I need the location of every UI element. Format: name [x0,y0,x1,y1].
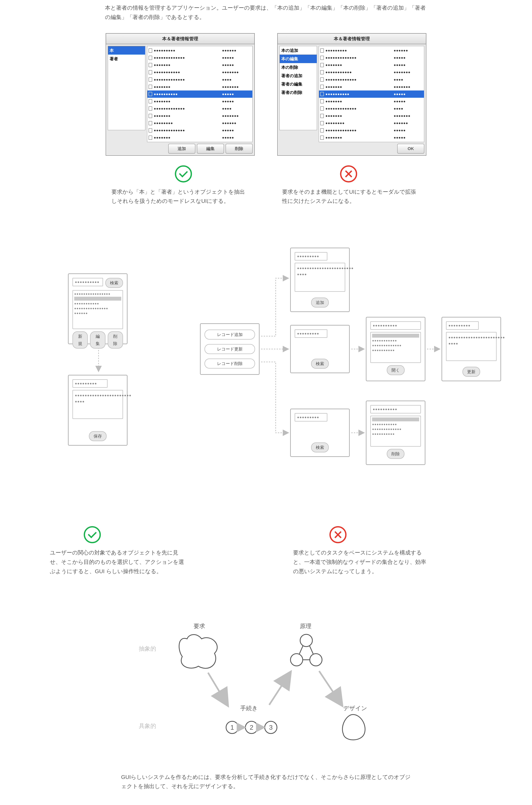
add-button[interactable]: 追加 [311,298,329,307]
wf-bad-update-form: ●●●●●●●●● ●●●●●●●●●●●●●●●●●●●●●●●●●●● 更新 [441,317,501,381]
intro-paragraph: 本と著者の情報を管理するアプリケーション。ユーザーの要求は、「本の追加」「本の編… [105,3,427,22]
wf-bad-add: ●●●●●●●●● ●●●●●●●●●●●●●●●●●●●●●●●●●●● 追加 [290,248,350,312]
svg-line-15 [269,673,290,705]
sidebar-item-author[interactable]: 著者 [108,55,145,63]
edit-button[interactable]: 編集 [197,144,224,153]
svg-line-14 [208,673,227,705]
svg-point-0 [300,634,312,647]
doc-icon [149,49,152,53]
window-bad: 本＆著者情報管理 本の追加 本の編集 本の削除 著者の追加 著者の編集 著者の削… [277,33,426,156]
svg-text:2: 2 [250,724,253,731]
example1-row: 本＆著者情報管理 本 著者 ●●●●●●●●●●●●●●● ●●●●●●●●●●… [0,33,532,156]
cmd-record-update[interactable]: レコード更新 [205,344,255,354]
wf-good-detail: ●●●●●●●●● ●●●●●●●●●●●●●●●●●●●●●●●●●●● 保存 [68,375,128,446]
save-button[interactable]: 保存 [89,431,107,441]
cmd-record-add[interactable]: レコード追加 [205,330,255,340]
sidebar-item-author-del[interactable]: 著者の削除 [280,88,317,97]
svg-text:3: 3 [269,724,272,731]
wf-bad-update-list: ●●●●●●●●●● ●●●●●●●●●●● ●●●●●●●●●●●●● ●●●… [366,317,425,381]
sidebar-item-book-del[interactable]: 本の削除 [280,63,317,72]
ex2-good-caption: ユーザーの関心の対象であるオブジェクトを先に見せ、そこから目的のものを選択して、… [50,548,188,576]
sidebar-item-book-edit[interactable]: 本の編集 [280,55,317,63]
table-good: ●●●●●●●●●●●●●●● ●●●●●●●●●●●●●●●●●● ●●●●●… [147,46,253,142]
svg-point-1 [290,654,303,666]
sidebar-item-book-add[interactable]: 本の追加 [280,46,317,55]
bad-mark-icon [329,526,346,543]
window-title: 本＆著者情報管理 [278,34,426,44]
delete-button[interactable]: 削除 [387,449,404,459]
svg-line-4 [309,646,314,654]
svg-line-16 [319,671,342,705]
svg-line-3 [299,646,303,654]
wf-good-list: ●●●●●●●●●● 検索 ●●●●●●●●●●●●●●●● ●●●●●●●●●… [68,273,128,344]
outro-paragraph: GUIらしいシステムを作るためには、要求を分析して手続き化するだけでなく、そこか… [121,772,411,791]
table-row-selected[interactable]: ●●●●●●●●●●●●●●● [319,91,424,98]
sidebar-item-author-add[interactable]: 著者の追加 [280,72,317,80]
svg-text:1: 1 [230,724,234,731]
example2-flow: ●●●●●●●●●● 検索 ●●●●●●●●●●●●●●●● ●●●●●●●●●… [24,246,508,520]
wf-bad-delete-list: ●●●●●●●●●● ●●●●●●●●●●● ●●●●●●●●●●●●● ●●●… [366,401,425,465]
svg-point-2 [310,654,322,666]
add-button[interactable]: 追加 [168,144,195,153]
wf-bad-commands: レコード追加 レコード更新 レコード削除 [200,323,260,375]
open-button[interactable]: 開く [387,365,405,375]
diagram-svg: 1 2 3 [129,618,403,763]
search-button[interactable]: 検索 [311,442,329,453]
good-mark-icon [175,165,192,183]
bad-mark-icon [340,165,357,183]
ex1-good-caption: 要求から「本」と「著者」というオブジェクトを抽出しそれらを扱うためのモードレスな… [111,187,250,206]
ex1-bad-caption: 要求をそのまま機能としてUIにするとモーダルで拡張性に欠けたシステムになる。 [282,187,421,206]
delete-button[interactable]: 削除 [108,331,123,348]
sidebar-tasks: 本の追加 本の編集 本の削除 著者の追加 著者の編集 著者の削除 [279,46,317,130]
delete-button[interactable]: 削除 [226,144,253,153]
ok-button[interactable]: OK [397,144,424,153]
table-bad: ●●●●●●●●●●●●●●● ●●●●●●●●●●●●●●●●●● ●●●●●… [319,46,424,142]
sidebar-item-book[interactable]: 本 [108,46,145,55]
diagram-process: 要求 原理 手続き デザイン 抽象的 具象的 1 2 [129,618,403,763]
sidebar-objects: 本 著者 [108,46,146,130]
cmd-record-delete[interactable]: レコード削除 [205,359,255,368]
search-button[interactable]: 検索 [311,359,329,369]
wf-bad-delete-search: ●●●●●●●●● 検索 [290,409,350,457]
update-button[interactable]: 更新 [462,367,480,377]
new-button[interactable]: 新規 [73,331,88,348]
sidebar-item-author-edit[interactable]: 著者の編集 [280,80,317,88]
edit-button[interactable]: 編集 [90,331,105,348]
table-row-selected[interactable]: ●●●●●●●●●●●●●●● [147,91,252,98]
ex2-bad-caption: 要求としてのタスクをベースにシステムを構成すると、一本道で強制的なウィザードの集… [293,548,432,576]
window-good: 本＆著者情報管理 本 著者 ●●●●●●●●●●●●●●● ●●●●●●●●●●… [106,33,255,156]
wf-bad-update-search: ●●●●●●●●● 検索 [290,325,350,373]
window-title: 本＆著者情報管理 [106,34,254,44]
good-mark-icon [84,526,101,543]
search-button[interactable]: 検索 [105,278,123,288]
